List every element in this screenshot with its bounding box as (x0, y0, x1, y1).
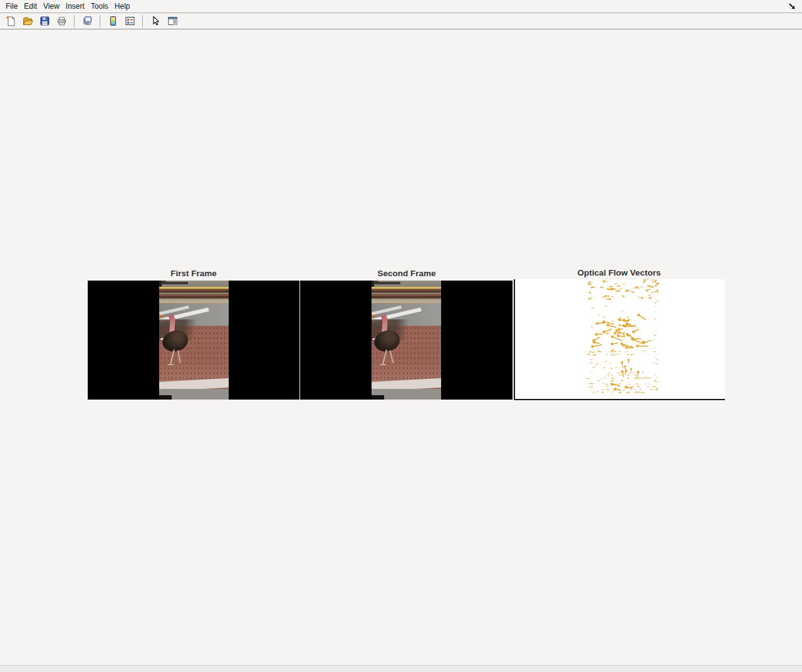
turkey (372, 316, 404, 366)
optical-flow-plot (514, 279, 725, 400)
quiver-arrows (515, 279, 725, 399)
pointer-arrow-icon (150, 15, 162, 27)
copy-figure-button[interactable] (80, 14, 94, 28)
railroad-tracks (372, 289, 441, 299)
turkey-body (161, 329, 189, 353)
panel-layout-icon (167, 15, 179, 27)
optical-flow-title: Optical Flow Vectors (578, 268, 661, 277)
turkey-leg (382, 349, 387, 364)
printer-icon (56, 15, 68, 27)
toolbar-separator (74, 15, 75, 28)
menu-bar: File Edit View Insert Tools Help (0, 0, 802, 13)
legend-button[interactable] (123, 14, 137, 28)
second-frame-photo (372, 281, 441, 400)
toolbar (0, 13, 802, 29)
open-button[interactable] (21, 14, 34, 28)
colorbar-icon (107, 15, 119, 27)
turkey-leg (170, 349, 175, 364)
save-floppy-icon (39, 15, 51, 27)
menu-file[interactable]: File (6, 2, 18, 11)
bench-silhouette (159, 282, 188, 284)
open-folder-icon (22, 15, 34, 27)
dark-corner (159, 395, 172, 400)
railroad-tracks (159, 289, 229, 299)
first-frame-title: First Frame (170, 269, 217, 278)
turkey-leg (177, 350, 180, 363)
menu-edit[interactable]: Edit (24, 2, 37, 11)
print-button[interactable] (55, 14, 68, 28)
menu-help[interactable]: Help (115, 2, 130, 11)
window-bottom-edge (0, 665, 802, 672)
toolbar-separator (142, 15, 143, 28)
pole (372, 281, 374, 287)
linked-windows-icon (81, 15, 93, 27)
legend-icon (124, 15, 136, 27)
first-frame-image (88, 281, 299, 400)
new-figure-button[interactable] (4, 14, 18, 28)
turkey-leg (389, 350, 393, 363)
menu-view[interactable]: View (43, 2, 60, 11)
second-frame-title: Second Frame (377, 269, 435, 278)
pole (159, 281, 162, 287)
menu-insert[interactable]: Insert (66, 2, 85, 11)
save-button[interactable] (38, 14, 51, 28)
select-pointer-button[interactable] (148, 14, 162, 28)
new-document-icon (5, 15, 17, 27)
figure-panel-button[interactable] (165, 14, 179, 28)
mouse-cursor-icon (788, 3, 796, 11)
menu-tools[interactable]: Tools (91, 2, 108, 11)
turkey-foot (168, 364, 174, 365)
second-frame-image (300, 281, 513, 400)
first-frame-photo (159, 281, 229, 400)
turkey (159, 316, 192, 366)
turkey-foot (380, 364, 386, 365)
bench-silhouette (372, 282, 400, 284)
dark-corner (372, 395, 384, 400)
colorbar-button[interactable] (106, 14, 120, 28)
toolbar-separator (100, 15, 100, 28)
